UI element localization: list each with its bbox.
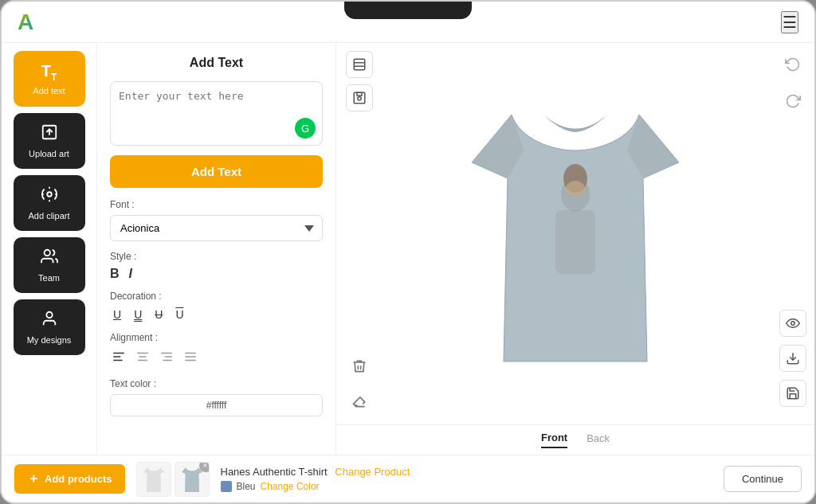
svg-point-3 — [44, 250, 49, 256]
canvas-area: Front Back — [336, 43, 814, 455]
my-designs-icon — [41, 310, 58, 332]
tab-back[interactable]: Back — [586, 432, 610, 448]
svg-rect-22 — [357, 92, 362, 96]
tab-front[interactable]: Front — [541, 432, 567, 448]
continue-button[interactable]: Continue — [724, 466, 802, 492]
bottom-bar: ＋ Add products × Hanes Authentic T-shirt… — [2, 455, 814, 502]
add-text-button[interactable]: Add Text — [110, 155, 323, 188]
change-product-link[interactable]: Change Product — [335, 466, 410, 478]
style-row: Style : B I — [110, 251, 323, 281]
text-input[interactable] — [119, 90, 314, 134]
style-buttons: B I — [110, 267, 323, 281]
text-color-label: Text color : — [110, 378, 323, 389]
underline2-button[interactable]: U — [131, 307, 145, 322]
clipart-icon — [41, 186, 58, 208]
sidebar-item-label-my-designs: My designs — [27, 335, 72, 345]
sidebar-item-add-clipart[interactable]: Add clipart — [14, 175, 85, 231]
canvas-bottom-toolbar — [346, 353, 373, 415]
main-area: TT Add text Upload art — [2, 43, 814, 455]
text-input-area: G — [110, 81, 323, 146]
alignment-label: Alignment : — [110, 332, 323, 343]
color-name: Bleu — [237, 481, 256, 492]
undo-button[interactable] — [779, 51, 806, 78]
italic-button[interactable]: I — [129, 267, 132, 281]
thumb-close-icon[interactable]: × — [199, 462, 210, 472]
font-select[interactable]: Acionica Arial Georgia Times New Roman R… — [110, 215, 323, 241]
add-products-button[interactable]: ＋ Add products — [14, 464, 125, 494]
text-color-row: Text color : #ffffff — [110, 378, 323, 416]
upload-icon — [41, 123, 58, 146]
color-row-bottom: Bleu Change Color — [221, 481, 712, 492]
trash-button[interactable] — [346, 353, 373, 380]
change-color-link[interactable]: Change Color — [261, 481, 320, 492]
color-swatch — [221, 481, 232, 492]
bold-button[interactable]: B — [110, 267, 120, 281]
svg-rect-17 — [354, 59, 365, 70]
download-button[interactable] — [779, 345, 806, 372]
svg-point-4 — [46, 312, 52, 318]
plus-icon: ＋ — [27, 471, 40, 487]
device-frame: A ☰ TT Add text Upload art — [0, 0, 816, 504]
view-tabs: Front Back — [336, 424, 814, 455]
floppy-save-button[interactable] — [779, 380, 806, 407]
tshirt-image — [464, 91, 687, 377]
svg-point-28 — [791, 322, 795, 326]
canvas-right-bottom-tools — [779, 310, 806, 407]
layers-button[interactable] — [346, 51, 373, 78]
canvas-toolbar-left — [346, 51, 373, 111]
top-notch — [344, 2, 472, 19]
text-panel: Add Text G Add Text Font : Acionica Aria… — [97, 43, 336, 455]
overline-button[interactable]: U — [172, 307, 186, 322]
left-sidebar: TT Add text Upload art — [2, 43, 97, 455]
svg-point-26 — [566, 181, 585, 197]
logo: A — [18, 10, 33, 35]
sidebar-item-add-text[interactable]: TT Add text — [14, 51, 85, 107]
decoration-label: Decoration : — [110, 291, 323, 302]
align-justify-button[interactable] — [182, 348, 199, 369]
add-products-label: Add products — [45, 473, 112, 485]
redo-button[interactable] — [779, 88, 806, 115]
align-left-button[interactable] — [110, 348, 128, 369]
decoration-row: Decoration : U U U U — [110, 291, 323, 322]
sidebar-item-label-clipart: Add clipart — [29, 211, 70, 221]
svg-rect-20 — [354, 92, 365, 104]
team-icon — [41, 248, 58, 270]
product-info: Hanes Authentic T-shirt Change Product B… — [221, 466, 712, 492]
canvas-toolbar-right — [779, 51, 806, 115]
strikethrough-button[interactable]: U — [151, 307, 166, 322]
product-thumb-1[interactable] — [136, 462, 171, 497]
svg-point-2 — [47, 192, 52, 197]
sidebar-item-my-designs[interactable]: My designs — [14, 299, 85, 355]
add-text-icon: TT — [41, 62, 57, 83]
sidebar-item-team[interactable]: Team — [14, 237, 85, 293]
product-name-row: Hanes Authentic T-shirt Change Product — [221, 466, 712, 478]
font-row: Font : Acionica Arial Georgia Times New … — [110, 199, 323, 241]
alignment-row: Alignment : — [110, 332, 323, 369]
product-name: Hanes Authentic T-shirt — [221, 466, 328, 478]
product-thumbnails: × — [136, 462, 210, 497]
product-thumb-2[interactable]: × — [175, 462, 210, 497]
align-center-button[interactable] — [134, 348, 151, 369]
sidebar-item-label-add-text: Add text — [33, 86, 65, 96]
decoration-buttons: U U U U — [110, 307, 323, 322]
eraser-button[interactable] — [346, 388, 373, 415]
text-color-picker[interactable]: #ffffff — [110, 394, 323, 416]
save-icon-button[interactable] — [346, 84, 373, 111]
svg-point-21 — [358, 97, 362, 101]
eye-button[interactable] — [779, 310, 806, 337]
alignment-buttons — [110, 348, 323, 369]
tshirt-canvas — [336, 43, 814, 424]
underline-button[interactable]: U — [110, 307, 124, 322]
grammar-check-icon[interactable]: G — [295, 118, 316, 139]
hamburger-button[interactable]: ☰ — [781, 11, 798, 33]
sidebar-item-label-upload: Upload art — [29, 149, 69, 158]
align-right-button[interactable] — [158, 348, 175, 369]
sidebar-item-label-team: Team — [38, 273, 60, 283]
panel-title: Add Text — [110, 56, 323, 70]
sidebar-item-upload-art[interactable]: Upload art — [14, 113, 85, 169]
style-label: Style : — [110, 251, 323, 262]
font-label: Font : — [110, 199, 323, 210]
svg-rect-24 — [555, 210, 595, 274]
